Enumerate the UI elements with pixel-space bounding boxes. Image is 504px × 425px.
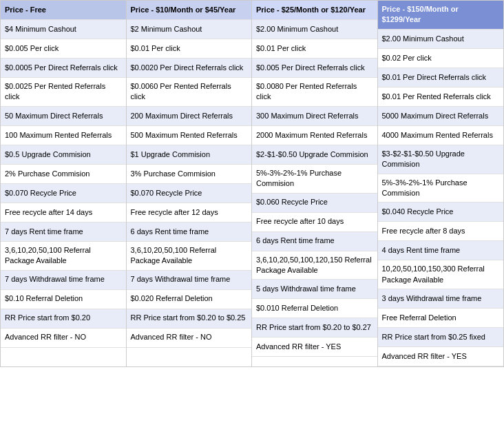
col4-cell-15: RR Price start from $0.25 fixed <box>378 328 504 347</box>
col4-cell-16: Advanced RR filter - YES <box>378 347 504 366</box>
col2-cell-9: $0.070 Recycle Price <box>127 184 252 203</box>
col1-cell-7: $0.5 Upgrade Commision <box>1 145 126 165</box>
col3-cell-8: 5%-3%-2%-1% Purchase Commision <box>252 165 377 194</box>
col2-cell-8: 3% Purchase Commision <box>127 165 252 184</box>
col4-cell-7: $3-$2-$1-$0.50 Upgrade Commision <box>378 145 504 174</box>
col1-cell-2: $0.005 Per click <box>1 39 126 59</box>
col3-cell-4: $0.0080 Per Rented Referrals click <box>252 78 377 107</box>
col3-cell-13: 5 days Withdrawal time frame <box>252 280 377 299</box>
col1-cell-15: RR Price start from $0.20 <box>1 309 126 329</box>
col1-cell-14: $0.10 Referral Deletion <box>1 290 126 309</box>
col4-cell-10: Free recycle after 8 days <box>378 222 504 241</box>
col2-cell-15: RR Price start from $0.20 to $0.25 <box>127 309 252 329</box>
col3-cell-1: $2.00 Minimum Cashout <box>252 20 377 39</box>
col3-cell-2: $0.01 Per click <box>252 39 377 59</box>
col4-cell-4: $0.01 Per Rented Referrals click <box>378 87 504 107</box>
col2-cell-3: $0.0020 Per Direct Referrals click <box>127 59 252 78</box>
col3-cell-15: RR Price start from $0.20 to $0.27 <box>252 318 377 338</box>
col3-header: Price - $25/Month or $120/Year <box>252 1 377 20</box>
col2-cell-13: 7 days Withdrawal time frame <box>127 271 252 290</box>
col4-cell-14: Free Referral Deletion <box>378 309 504 328</box>
col1-cell-3: $0.0005 Per Direct Referrals click <box>1 59 126 78</box>
col1-cell-16: Advanced RR filter - NO <box>1 329 126 348</box>
col2-cell-14: $0.020 Referral Deletion <box>127 290 252 309</box>
col2-cell-1: $2 Minimum Cashout <box>127 20 252 39</box>
col3-cell-11: 6 days Rent time frame <box>252 232 377 251</box>
col2-cell-12: 3,6,10,20,50,100 Referral Package Availa… <box>127 242 252 271</box>
col1-cell-11: 7 days Rent time frame <box>1 222 126 242</box>
pricing-table: Price - Free$4 Minimum Cashout$0.005 Per… <box>0 0 504 367</box>
col4-cell-2: $0.02 Per click <box>378 49 504 68</box>
col2-cell-4: $0.0060 Per Rented Referrals click <box>127 78 252 107</box>
pricing-col-1: Price - Free$4 Minimum Cashout$0.005 Per… <box>1 1 127 366</box>
col1-cell-10: Free recycle after 14 days <box>1 203 126 222</box>
col4-cell-8: 5%-3%-2%-1% Purchase Commision <box>378 174 504 203</box>
col3-cell-10: Free recycle after 10 days <box>252 213 377 232</box>
col3-cell-16: Advanced RR filter - YES <box>252 338 377 357</box>
col3-cell-5: 300 Maximum Direct Referrals <box>252 107 377 126</box>
col3-cell-9: $0.060 Recycle Price <box>252 194 377 213</box>
col2-cell-2: $0.01 Per click <box>127 39 252 59</box>
col3-cell-7: $2-$1-$0.50 Upgrade Commision <box>252 145 377 165</box>
col2-header: Price - $10/Month or $45/Year <box>127 1 252 20</box>
col1-cell-6: 100 Maximum Rented Referrals <box>1 126 126 145</box>
col4-header: Price - $150/Month or $1299/Year <box>378 1 504 30</box>
col2-cell-10: Free recycle after 12 days <box>127 203 252 222</box>
pricing-col-2: Price - $10/Month or $45/Year$2 Minimum … <box>127 1 253 366</box>
col1-cell-13: 7 days Withdrawal time frame <box>1 271 126 290</box>
pricing-col-3: Price - $25/Month or $120/Year$2.00 Mini… <box>252 1 378 366</box>
col4-cell-9: $0.040 Recycle Price <box>378 203 504 222</box>
col2-cell-6: 500 Maximum Rented Referrals <box>127 126 252 145</box>
col3-cell-3: $0.005 Per Direct Referrals click <box>252 59 377 78</box>
col1-header: Price - Free <box>1 1 126 20</box>
col4-cell-13: 3 days Withdrawal time frame <box>378 289 504 309</box>
col1-cell-8: 2% Purchase Commision <box>1 165 126 184</box>
col4-cell-11: 4 days Rent time frame <box>378 241 504 260</box>
col2-cell-7: $1 Upgrade Commision <box>127 145 252 165</box>
col4-cell-1: $2.00 Minimum Cashout <box>378 30 504 49</box>
col4-cell-6: 4000 Maximum Rented Referrals <box>378 126 504 145</box>
col4-cell-3: $0.01 Per Direct Referrals click <box>378 68 504 87</box>
col1-cell-12: 3,6,10,20,50,100 Referral Package Availa… <box>1 242 126 271</box>
col2-cell-16: Advanced RR filter - NO <box>127 329 252 348</box>
col3-cell-14: $0.010 Referral Deletion <box>252 299 377 318</box>
col3-cell-12: 3,6,10,20,50,100,120,150 Referral Packag… <box>252 251 377 280</box>
col1-cell-9: $0.070 Recycle Price <box>1 184 126 203</box>
pricing-col-4: Price - $150/Month or $1299/Year$2.00 Mi… <box>378 1 504 366</box>
col4-cell-5: 5000 Maximum Direct Referrals <box>378 107 504 126</box>
col1-cell-4: $0.0025 Per Rented Referrals click <box>1 78 126 107</box>
col1-cell-1: $4 Minimum Cashout <box>1 20 126 39</box>
col3-cell-6: 2000 Maximum Rented Referrals <box>252 126 377 145</box>
col1-cell-5: 50 Maximum Direct Referrals <box>1 107 126 126</box>
col2-cell-5: 200 Maximum Direct Referrals <box>127 107 252 126</box>
col2-cell-11: 6 days Rent time frame <box>127 222 252 242</box>
col4-cell-12: 10,20,50,100,150,300 Referral Package Av… <box>378 260 504 289</box>
